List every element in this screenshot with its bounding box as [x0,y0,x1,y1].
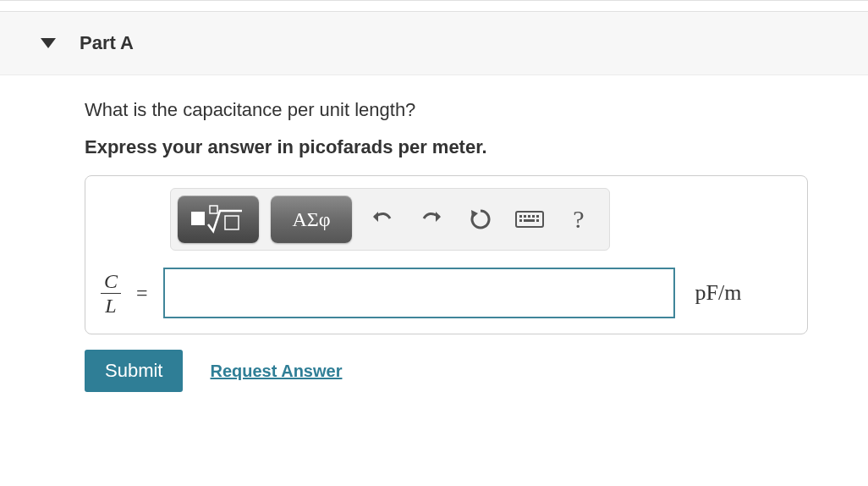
svg-rect-6 [528,215,530,218]
equals-sign: = [136,282,148,305]
unit-label: pF/m [695,280,742,306]
svg-rect-9 [519,219,522,222]
fraction-denominator: L [105,294,116,316]
answer-box: ΑΣφ [85,175,808,334]
instruction-text: Express your answer in picofarads per me… [85,136,834,158]
symbols-button[interactable]: ΑΣφ [271,196,352,243]
svg-rect-11 [536,219,539,222]
svg-rect-2 [225,216,239,229]
reset-button[interactable] [462,201,499,238]
templates-button[interactable] [178,196,259,243]
request-answer-link[interactable]: Request Answer [210,362,342,381]
undo-button[interactable] [364,201,401,238]
svg-rect-0 [191,212,205,225]
input-row: C L = pF/m [101,268,792,318]
fraction-numerator: C [101,271,121,294]
redo-icon [419,207,444,232]
svg-rect-5 [524,215,526,218]
svg-rect-10 [524,219,535,222]
content-area: What is the capacitance per unit length?… [0,75,868,409]
variable-fraction: C L [101,271,121,316]
part-title: Part A [80,32,134,54]
svg-rect-1 [210,206,217,213]
equation-toolbar: ΑΣφ [170,188,610,251]
help-icon: ? [573,205,584,234]
templates-icon [188,204,249,235]
svg-rect-4 [519,215,522,218]
greek-symbols-icon: ΑΣφ [292,208,330,231]
collapse-triangle-icon [41,38,56,48]
part-header[interactable]: Part A [0,11,868,75]
question-text: What is the capacitance per unit length? [85,99,834,121]
answer-input[interactable] [163,268,675,318]
reset-icon [468,207,493,232]
undo-icon [370,207,395,232]
redo-button[interactable] [413,201,450,238]
actions-row: Submit Request Answer [85,350,834,392]
top-divider [0,0,868,1]
submit-button[interactable]: Submit [85,350,183,392]
svg-rect-8 [536,215,539,218]
help-button[interactable]: ? [560,201,597,238]
keyboard-icon [515,209,544,229]
keyboard-button[interactable] [511,201,548,238]
svg-rect-7 [532,215,535,218]
